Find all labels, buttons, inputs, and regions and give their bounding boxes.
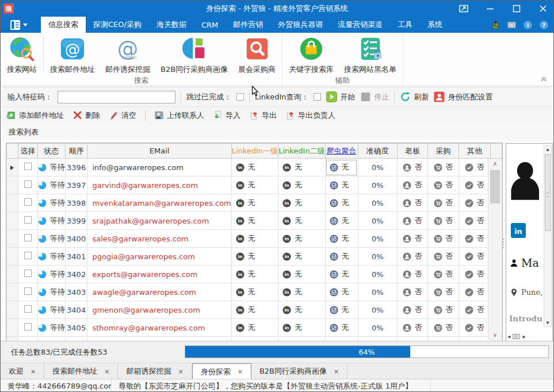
delete-button[interactable]: 删除 bbox=[72, 110, 100, 121]
scroll-right-icon[interactable]: ▶ bbox=[522, 335, 525, 339]
tab-close-icon[interactable]: × bbox=[238, 368, 243, 375]
ribbon-collapse-icon[interactable] bbox=[540, 75, 548, 83]
tab-close-icon[interactable]: × bbox=[178, 368, 183, 375]
close-button[interactable] bbox=[537, 3, 549, 14]
run-toolbar: 输入特征码： 跳过已完成： LinkedIn查询： 开始 停止 刷新 身份匹配设… bbox=[2, 87, 552, 107]
scroll-left-icon[interactable]: ◀ bbox=[507, 335, 510, 339]
ribbon-button[interactable]: B2B同行采购商画像 bbox=[155, 33, 233, 75]
row-checkbox[interactable] bbox=[24, 234, 32, 241]
doc-tab[interactable]: 身份探索× bbox=[192, 363, 251, 379]
table-row[interactable]: 等待3405sthomray@garwareropes.comin无in无无0%… bbox=[7, 319, 502, 337]
row-checkbox[interactable] bbox=[24, 163, 32, 170]
table-row[interactable]: 等待3401pgogia@garwareropes.comin无in无无0%否否… bbox=[7, 248, 502, 266]
start-button[interactable]: 开始 bbox=[326, 91, 355, 102]
panel-splitter-handle[interactable] bbox=[502, 232, 505, 255]
col-header-boss[interactable]: 老板 bbox=[397, 144, 427, 159]
row-checkbox[interactable] bbox=[24, 198, 32, 206]
tab-close-icon[interactable]: × bbox=[334, 368, 339, 375]
table-row[interactable]: 等待3398mvenkataraman@garwareropes.comin无i… bbox=[7, 194, 502, 212]
scroll-down-icon[interactable]: ∨ bbox=[488, 331, 502, 339]
row-checkbox[interactable] bbox=[24, 180, 32, 188]
row-checkbox[interactable] bbox=[24, 323, 32, 330]
clear-button[interactable]: 清空 bbox=[109, 110, 136, 121]
info-icon[interactable]: i bbox=[523, 20, 533, 30]
col-header-linkedin1[interactable]: LinkedIn一级 bbox=[231, 144, 278, 159]
col-header-accuracy[interactable]: 准确度 bbox=[358, 144, 397, 159]
minimize-button[interactable] bbox=[484, 3, 496, 14]
scrollbar-thumb[interactable] bbox=[513, 334, 520, 339]
scroll-down-icon[interactable]: ▼ bbox=[544, 320, 551, 326]
row-checkbox[interactable] bbox=[24, 270, 32, 277]
linkedin-query-checkbox[interactable] bbox=[314, 93, 321, 101]
row-checkbox[interactable] bbox=[24, 305, 32, 313]
ribbon-button[interactable]: @搜索邮件地址 bbox=[45, 33, 100, 75]
menu-tab[interactable]: 信息搜索 bbox=[41, 17, 86, 33]
panel-vertical-scrollbar[interactable]: ▲ ▼ bbox=[544, 145, 552, 327]
row-checkbox[interactable] bbox=[24, 252, 32, 259]
col-header-linkedin2[interactable]: LinkedIn二级 bbox=[278, 144, 325, 159]
maximize-button[interactable] bbox=[511, 3, 522, 14]
panel-horizontal-scrollbar[interactable]: ◀ ▶ bbox=[507, 333, 541, 340]
status-pie-icon bbox=[38, 181, 47, 190]
col-header-purchase[interactable]: 采购 bbox=[428, 144, 459, 159]
row-checkbox[interactable] bbox=[24, 216, 32, 224]
ribbon-button[interactable]: 关键字搜索库 bbox=[284, 33, 339, 75]
doc-tab[interactable]: 搜索邮件地址× bbox=[44, 363, 118, 379]
feature-code-input[interactable] bbox=[58, 91, 175, 103]
bug-icon[interactable] bbox=[491, 20, 500, 30]
help-icon[interactable]: ? bbox=[539, 20, 549, 30]
cursor-window-icon[interactable] bbox=[507, 20, 517, 30]
menu-tab[interactable]: 流量营销渠道 bbox=[330, 17, 390, 33]
ribbon-button[interactable]: @邮件诱探挖掘 bbox=[100, 33, 155, 75]
col-header-email[interactable]: EMail bbox=[87, 144, 231, 159]
tab-close-icon[interactable]: × bbox=[30, 368, 36, 375]
status-pie-icon bbox=[38, 235, 47, 243]
cart-badge-icon bbox=[434, 235, 442, 243]
app-menu-icon[interactable] bbox=[10, 20, 29, 30]
doc-tab[interactable]: 邮箱诱探挖掘× bbox=[118, 363, 192, 379]
menu-tab[interactable]: 外贸狼兵器谱 bbox=[270, 17, 330, 33]
skip-completed-checkbox[interactable] bbox=[236, 93, 244, 101]
menu-tab[interactable]: 邮件营销 bbox=[226, 17, 270, 33]
menu-tab[interactable]: 探测CEO/采购 bbox=[86, 17, 149, 33]
import-button[interactable]: 导入 bbox=[213, 110, 240, 121]
scroll-up-icon[interactable]: ∧ bbox=[488, 160, 502, 168]
ribbon-button[interactable]: 搜索网站 bbox=[2, 33, 42, 75]
ribbon-button[interactable]: 展会采购商 bbox=[233, 33, 281, 75]
table-row[interactable]: 等待3403awagle@garwareropes.comin无in无无0%否否… bbox=[7, 283, 502, 301]
menu-tab[interactable]: CRM bbox=[194, 17, 226, 33]
refresh-button[interactable]: 刷新 bbox=[400, 91, 429, 102]
ribbon-button[interactable]: 搜索网站黑名单 bbox=[339, 33, 402, 75]
scrollbar-thumb[interactable] bbox=[545, 154, 551, 231]
doc-tab[interactable]: 欢迎× bbox=[1, 363, 44, 379]
table-row[interactable]: 等待3404gmenon@garwareropes.comin无in无无0%否否… bbox=[7, 301, 502, 319]
table-row[interactable]: 等待3399srajpathak@garwareropes.comin无in无无… bbox=[7, 212, 502, 230]
col-header-crawler[interactable]: 爬虫聚合 bbox=[325, 144, 358, 159]
table-vertical-scrollbar[interactable]: ∧ ∨ bbox=[488, 159, 502, 340]
export-manager-button[interactable]: 导出负责人 bbox=[285, 110, 335, 121]
scroll-up-icon[interactable]: ▲ bbox=[544, 146, 551, 153]
col-header-other[interactable]: 其他 bbox=[459, 144, 491, 159]
table-row[interactable]: 等待3397garvind@garwareropes.comin无in无无0%否… bbox=[7, 176, 502, 194]
linkedin-icon[interactable]: in bbox=[511, 223, 526, 238]
upload-contacts-button[interactable]: 上传联系人 bbox=[154, 110, 204, 121]
stop-button[interactable]: 停止 bbox=[360, 91, 389, 102]
col-header-order[interactable]: 顺序 bbox=[65, 144, 87, 159]
menu-tab[interactable]: 工具 bbox=[390, 17, 420, 33]
menu-tab[interactable]: 系统 bbox=[420, 17, 450, 33]
doc-tab[interactable]: B2B同行采购商画像× bbox=[251, 363, 347, 379]
col-header-select[interactable]: 选择 bbox=[18, 144, 37, 159]
row-checkbox[interactable] bbox=[24, 287, 32, 295]
refresh-icon bbox=[400, 91, 411, 102]
pin-window-button[interactable] bbox=[458, 3, 469, 14]
scrollbar-thumb[interactable] bbox=[490, 170, 500, 203]
identity-match-settings-button[interactable]: 身份匹配设置 bbox=[434, 91, 492, 102]
table-row[interactable]: 等待3400sales@garwareropes.comin无in无无0%否否否 bbox=[7, 230, 502, 248]
export-button[interactable]: 导出 bbox=[249, 110, 277, 121]
table-row[interactable]: 等待3396info@garwareropes.comin无in无无0%否否否 bbox=[7, 159, 502, 176]
add-email-button[interactable]: 添加邮件地址 bbox=[6, 110, 64, 121]
table-row[interactable]: 等待3402exports@garwareropes.comin无in无无0%否… bbox=[7, 266, 502, 283]
tab-close-icon[interactable]: × bbox=[104, 368, 109, 375]
menu-tab[interactable]: 海关数据 bbox=[149, 17, 194, 33]
col-header-status[interactable]: 状态 bbox=[37, 144, 65, 159]
